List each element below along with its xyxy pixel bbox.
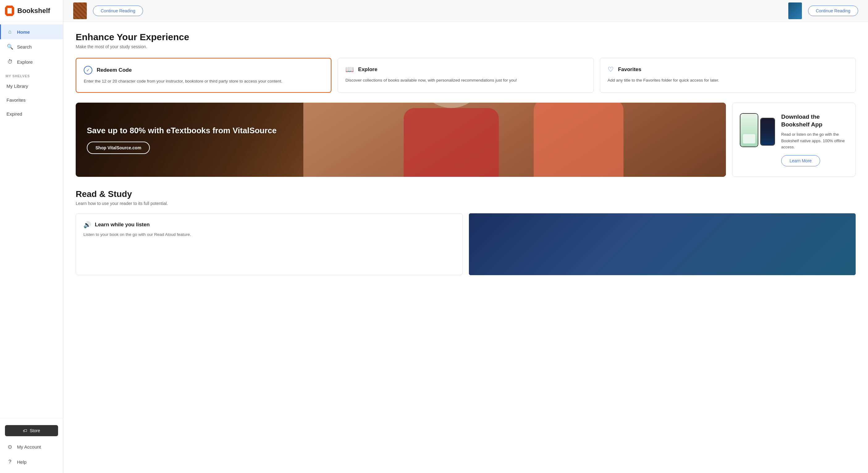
sidebar-item-my-library-label: My Library xyxy=(6,84,28,89)
store-button[interactable]: 🏷 Store xyxy=(5,425,58,436)
learn-while-listen-title: Learn while you listen xyxy=(95,221,150,228)
vitalsource-banner: Save up to 80% with eTextbooks from Vita… xyxy=(76,102,726,177)
app-card-text: Download the Bookshelf App Read or liste… xyxy=(781,113,847,166)
sidebar-logo: Bookshelf xyxy=(0,0,63,22)
sidebar-item-my-account-label: My Account xyxy=(17,444,41,449)
bookshelf-coachme-card: 📚 Bookshelf + CoachMe xyxy=(469,213,856,275)
sidebar-bottom: 🏷 Store ⊙ My Account ? Help xyxy=(0,418,63,473)
enhance-card-redeem-desc: Enter the 12 or 20 character code from y… xyxy=(84,78,323,85)
enhance-card-favorites-title: Favorites xyxy=(618,66,642,72)
read-study-cards-grid: 🔊 Learn while you listen Listen to your … xyxy=(76,213,856,275)
banner-people-image xyxy=(303,102,726,177)
book-open-icon: 📖 xyxy=(345,65,354,73)
learn-more-button[interactable]: Learn More xyxy=(781,155,820,166)
sidebar-item-favorites-label: Favorites xyxy=(6,97,26,102)
sidebar: Bookshelf ⌂ Home 🔍 Search ⏱ Explore MY S… xyxy=(0,0,63,473)
sidebar-item-expired-label: Expired xyxy=(6,111,22,117)
sidebar-item-my-library[interactable]: My Library xyxy=(0,79,63,93)
sidebar-nav: ⌂ Home 🔍 Search ⏱ Explore MY SHELVES My … xyxy=(0,22,63,418)
enhance-card-explore[interactable]: 📖 Explore Discover collections of books … xyxy=(338,58,593,93)
sidebar-item-help[interactable]: ? Help xyxy=(0,454,63,469)
tag-icon: 🏷 xyxy=(23,428,27,433)
sidebar-logo-text: Bookshelf xyxy=(17,7,50,15)
phone-mockup-large xyxy=(740,113,758,147)
sidebar-item-favorites[interactable]: Favorites xyxy=(0,93,63,107)
store-button-label: Store xyxy=(30,428,40,433)
search-icon: 🔍 xyxy=(6,43,13,50)
sidebar-item-home[interactable]: ⌂ Home xyxy=(0,24,63,39)
sidebar-item-explore[interactable]: ⏱ Explore xyxy=(0,54,63,69)
check-circle-icon: ✓ xyxy=(84,66,92,75)
top-banner: Continue Reading Continue Reading xyxy=(63,0,868,22)
sidebar-item-my-account[interactable]: ⊙ My Account xyxy=(0,439,63,454)
card-image-overlay xyxy=(469,213,856,275)
app-download-card: Download the Bookshelf App Read or liste… xyxy=(732,102,856,177)
vitalsource-banner-text: Save up to 80% with eTextbooks from Vita… xyxy=(76,116,288,164)
app-card-content: Download the Bookshelf App Read or liste… xyxy=(740,113,847,166)
content-area: Enhance Your Experience Make the most of… xyxy=(63,22,868,285)
banner-book-2: Continue Reading xyxy=(788,2,858,19)
app-download-desc: Read or listen on the go with the Booksh… xyxy=(781,131,847,150)
app-download-title: Download the Bookshelf App xyxy=(781,113,847,128)
enhance-card-redeem-code[interactable]: ✓ Redeem Code Enter the 12 or 20 charact… xyxy=(76,58,332,93)
learn-while-listen-card: 🔊 Learn while you listen Listen to your … xyxy=(76,213,463,275)
enhance-card-redeem-title: Redeem Code xyxy=(97,67,132,73)
main-content: Continue Reading Continue Reading Enhanc… xyxy=(63,0,868,473)
phone-small-screen xyxy=(761,118,774,145)
home-icon: ⌂ xyxy=(6,29,13,35)
learn-while-listen-header: 🔊 Learn while you listen xyxy=(84,221,455,229)
book-thumbnail-2 xyxy=(788,2,802,19)
enhance-card-explore-header: 📖 Explore xyxy=(345,65,586,73)
heart-icon: ♡ xyxy=(608,65,614,73)
enhance-section-subtitle: Make the most of your study session. xyxy=(76,44,856,49)
speaker-icon: 🔊 xyxy=(84,221,91,229)
app-mockup xyxy=(740,113,775,147)
enhance-card-explore-title: Explore xyxy=(358,66,377,72)
read-study-subtitle: Learn how to use your reader to its full… xyxy=(76,201,856,206)
promo-section: Save up to 80% with eTextbooks from Vita… xyxy=(76,102,856,177)
enhance-card-redeem-header: ✓ Redeem Code xyxy=(84,66,323,75)
sidebar-item-search[interactable]: 🔍 Search xyxy=(0,39,63,54)
svg-rect-4 xyxy=(533,102,623,177)
continue-reading-button-1[interactable]: Continue Reading xyxy=(93,6,143,16)
banner-book-1: Continue Reading xyxy=(73,2,143,19)
enhance-card-favorites-header: ♡ Favorites xyxy=(608,65,848,73)
svg-rect-2 xyxy=(404,108,499,177)
help-icon: ? xyxy=(6,459,13,465)
vitalsource-heading: Save up to 80% with eTextbooks from Vita… xyxy=(87,125,277,136)
enhance-card-favorites-desc: Add any title to the Favorites folder fo… xyxy=(608,77,848,84)
book-thumbnail-1 xyxy=(73,2,87,19)
enhance-section-title: Enhance Your Experience xyxy=(76,32,856,42)
shelves-section-label: MY SHELVES xyxy=(0,69,63,79)
bookshelf-logo-icon xyxy=(5,6,14,16)
phone-mockup-small xyxy=(760,118,775,146)
enhance-card-explore-desc: Discover collections of books available … xyxy=(345,77,586,84)
sidebar-item-search-label: Search xyxy=(17,44,32,50)
learn-while-listen-desc: Listen to your book on the go with our R… xyxy=(84,232,455,238)
sidebar-item-explore-label: Explore xyxy=(17,59,33,65)
enhance-card-favorites[interactable]: ♡ Favorites Add any title to the Favorit… xyxy=(600,58,856,93)
continue-reading-button-2[interactable]: Continue Reading xyxy=(808,6,858,16)
explore-icon: ⏱ xyxy=(6,59,13,65)
read-study-title: Read & Study xyxy=(76,189,856,199)
enhance-cards-grid: ✓ Redeem Code Enter the 12 or 20 charact… xyxy=(76,58,856,93)
sidebar-item-help-label: Help xyxy=(17,460,27,465)
sidebar-item-expired[interactable]: Expired xyxy=(0,107,63,121)
shop-vitalsource-button[interactable]: Shop VitalSource.com xyxy=(87,142,150,154)
phone-screen xyxy=(740,114,758,147)
svg-rect-0 xyxy=(303,102,726,177)
account-icon: ⊙ xyxy=(6,444,13,450)
sidebar-item-home-label: Home xyxy=(17,29,30,35)
